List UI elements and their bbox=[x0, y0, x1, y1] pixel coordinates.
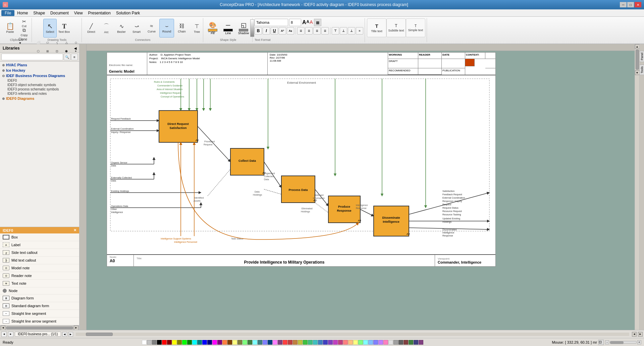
close-button[interactable]: ✕ bbox=[635, 2, 641, 7]
color-swatch-10[interactable] bbox=[192, 340, 197, 345]
hscroll-left-btn[interactable]: ◄ bbox=[632, 332, 637, 337]
idef0-item-model-note[interactable]: ⊙ Model note bbox=[0, 264, 79, 272]
color-swatch-35[interactable] bbox=[318, 340, 323, 345]
color-swatch-12[interactable] bbox=[202, 340, 207, 345]
menu-solution-park[interactable]: Solution Park bbox=[113, 10, 143, 16]
color-swatch-39[interactable] bbox=[338, 340, 343, 345]
curve-connector[interactable]: ≈ Curve bbox=[144, 19, 159, 38]
menu-home[interactable]: Home bbox=[14, 10, 31, 16]
color-swatch-19[interactable] bbox=[237, 340, 242, 345]
zoom-fit-btn[interactable]: ⊡ bbox=[598, 340, 604, 345]
color-swatch-42[interactable] bbox=[353, 340, 358, 345]
color-swatch-7[interactable] bbox=[177, 340, 182, 345]
align-center-btn[interactable]: ≡ bbox=[305, 27, 313, 34]
select-button[interactable]: ↖ Select bbox=[43, 19, 57, 38]
simple-text-preset[interactable]: T Simple text bbox=[406, 18, 425, 37]
idef0-item-mid-callout[interactable]: ╠ Mid text callout bbox=[0, 257, 79, 264]
hscroll-bar[interactable] bbox=[76, 333, 630, 336]
idef0-item-straight-arrow[interactable]: → Straight line arrow segment bbox=[0, 318, 79, 325]
idef0-item-diagram-form[interactable]: ⊞ Diagram form bbox=[0, 294, 79, 302]
color-swatch-24[interactable] bbox=[263, 340, 267, 345]
idef0-item-side-callout[interactable]: ╔ Side text callout bbox=[0, 249, 79, 257]
color-swatch-21[interactable] bbox=[248, 340, 252, 345]
zoom-out-btn[interactable]: - bbox=[605, 340, 609, 344]
color-swatch-29[interactable] bbox=[288, 340, 292, 345]
color-swatch-2[interactable] bbox=[152, 340, 157, 345]
vertical-scrollbar[interactable]: ▲ ▼ bbox=[635, 44, 639, 330]
align-left-btn[interactable]: ≡ bbox=[297, 27, 305, 34]
shadow-button[interactable]: ◱ Shadow bbox=[236, 19, 251, 38]
color-swatch-44[interactable] bbox=[363, 340, 368, 345]
drawing-shapes-btn10[interactable]: ✦ bbox=[71, 47, 80, 56]
valign-mid-btn[interactable]: ⊥ bbox=[340, 27, 347, 34]
menu-presentation[interactable]: Presentation bbox=[86, 10, 113, 16]
color-swatch-20[interactable] bbox=[243, 340, 247, 345]
page-tab-idef0[interactable]: IDEF0 business pro... (1/1) bbox=[15, 332, 61, 337]
color-swatch-3[interactable] bbox=[157, 340, 162, 345]
font-name-input[interactable] bbox=[255, 19, 288, 26]
color-swatch-1[interactable] bbox=[147, 340, 152, 345]
color-swatch-16[interactable] bbox=[222, 340, 227, 345]
hscroll-right-btn[interactable]: ► bbox=[638, 332, 643, 337]
color-swatch-32[interactable] bbox=[303, 340, 308, 345]
color-swatch-55[interactable] bbox=[419, 340, 423, 345]
drawing-shapes-btn1[interactable]: ⬜ bbox=[34, 38, 43, 47]
vscroll-thumb[interactable] bbox=[636, 50, 639, 70]
idef0-item-reader-note[interactable]: ⊙ Reader note bbox=[0, 272, 79, 280]
align-justify-btn[interactable]: ≡ bbox=[321, 27, 329, 34]
color-swatch-38[interactable] bbox=[333, 340, 338, 345]
color-swatch-22[interactable] bbox=[253, 340, 257, 345]
fill-button[interactable]: 🎨 Fill bbox=[205, 19, 220, 38]
color-swatch-8[interactable] bbox=[182, 340, 187, 345]
maximize-button[interactable]: □ bbox=[627, 2, 634, 7]
zoom-slider[interactable] bbox=[610, 341, 637, 344]
color-swatch-53[interactable] bbox=[409, 340, 413, 345]
menu-shape[interactable]: Shape bbox=[31, 10, 48, 16]
font-color-btn[interactable]: A bbox=[310, 19, 313, 25]
color-swatch-54[interactable] bbox=[414, 340, 418, 345]
idef0-item-node[interactable]: Node bbox=[0, 287, 79, 294]
color-swatch-23[interactable] bbox=[258, 340, 262, 345]
font-options-btn[interactable]: ▦ bbox=[314, 19, 321, 26]
lib-idef3-referents[interactable]: IDEF3 referents and notes bbox=[0, 91, 79, 96]
scroll-tab-right-btn[interactable]: ► bbox=[8, 332, 13, 337]
hscroll-thumb[interactable] bbox=[86, 333, 113, 336]
right-tab-1[interactable]: Panel bbox=[639, 51, 644, 62]
round-connector[interactable]: ⌣ Round bbox=[159, 19, 174, 38]
subscript-button[interactable]: A₂ bbox=[287, 27, 294, 34]
scroll-up-btn[interactable]: ▲ bbox=[635, 44, 640, 49]
color-swatch-31[interactable] bbox=[298, 340, 303, 345]
menu-document[interactable]: Document bbox=[48, 10, 71, 16]
font-size-large[interactable]: A bbox=[302, 19, 306, 25]
color-swatch-5[interactable] bbox=[167, 340, 172, 345]
zoom-in-btn[interactable]: + bbox=[637, 340, 641, 344]
color-swatch-52[interactable] bbox=[404, 340, 408, 345]
align-right-btn[interactable]: ≡ bbox=[313, 27, 321, 34]
idef0-item-box[interactable]: Box bbox=[0, 233, 79, 241]
scroll-down-btn[interactable]: ▼ bbox=[635, 70, 640, 75]
copy-button[interactable]: ⧉ Copy bbox=[18, 28, 30, 37]
paste-button[interactable]: 📋 Paste bbox=[3, 19, 17, 38]
line-button[interactable]: ─ Line bbox=[221, 19, 235, 38]
page-nav-left[interactable]: ◄ bbox=[62, 332, 67, 337]
bold-button[interactable]: B bbox=[255, 27, 262, 34]
close-idef0-panel-btn[interactable]: ✕ bbox=[73, 228, 76, 232]
color-swatch-50[interactable] bbox=[393, 340, 398, 345]
smart-connector[interactable]: ⤻ Smart bbox=[129, 19, 144, 38]
menu-view[interactable]: View bbox=[71, 10, 86, 16]
superscript-button[interactable]: A² bbox=[279, 27, 286, 34]
idef0-item-straight-line[interactable]: ─ Straight line segment bbox=[0, 310, 79, 318]
tree-connector[interactable]: ⊤ Tree bbox=[190, 19, 204, 38]
color-swatch-33[interactable] bbox=[308, 340, 313, 345]
title-text-preset[interactable]: T Title text bbox=[367, 18, 386, 37]
idef0-item-text-note[interactable]: ≋ Text note bbox=[0, 280, 79, 287]
color-swatch-15[interactable] bbox=[217, 340, 222, 345]
color-swatch-49[interactable] bbox=[388, 340, 393, 345]
color-swatch-4[interactable] bbox=[162, 340, 167, 345]
lib-idef-business[interactable]: ⊖ IDEF Business Process Diagrams bbox=[0, 73, 79, 78]
text-extra-btn[interactable]: ≡ bbox=[356, 27, 363, 34]
drawing-shapes-btn9[interactable]: ⬢ bbox=[62, 47, 71, 56]
color-swatch-45[interactable] bbox=[368, 340, 373, 345]
scroll-right-btn[interactable]: ► bbox=[74, 326, 78, 330]
arc-connector[interactable]: ⌒ Arc bbox=[99, 19, 114, 38]
